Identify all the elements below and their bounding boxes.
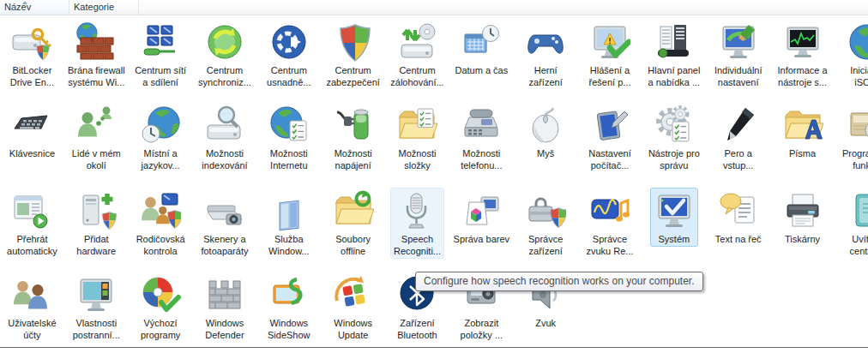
item-label: Přidat hardware: [76, 233, 116, 257]
item-scanners-cameras[interactable]: Skenery a fotoaparáty: [193, 188, 257, 269]
item-performance-info-tools[interactable]: Informace a nástroje s...: [770, 19, 835, 100]
item-people-near-me[interactable]: Lidé v mém okolí: [64, 102, 129, 183]
window-bottom-edge: [0, 347, 868, 348]
item-game-controllers[interactable]: Herní zařízení: [514, 19, 578, 100]
item-default-programs[interactable]: Výchozí programy: [129, 272, 193, 353]
power-options-icon: [333, 105, 374, 146]
item-box: Lidé v mém okolí: [69, 102, 124, 173]
item-box: Datum a čas: [451, 19, 511, 78]
item-programs-features[interactable]: Programy a funkce: [835, 102, 868, 183]
item-realtek-audio-manager[interactable]: Správce zvuku Re...: [578, 188, 642, 269]
item-box: Programy a funkce: [839, 102, 868, 173]
item-label: Zobrazit položky ...: [461, 317, 503, 341]
windows-firewall-icon: [75, 21, 117, 63]
item-mouse[interactable]: Myš: [514, 102, 578, 183]
item-offline-files[interactable]: Soubory offline: [321, 188, 385, 269]
item-windows-update[interactable]: Windows Update: [321, 272, 385, 353]
item-label: Výchozí programy: [141, 317, 180, 341]
item-speech-recognition[interactable]: Speech Recogniti...: [385, 188, 449, 269]
item-box: Hlavní panel a nabídka ...: [644, 19, 703, 90]
item-problem-reports-solutions[interactable]: Hlášení a řešení p...: [578, 19, 642, 100]
item-internet-options[interactable]: Možnosti Internetu: [256, 102, 321, 183]
item-system[interactable]: Systém: [642, 188, 706, 269]
tooltip: Configure how speech recognition works o…: [415, 272, 703, 291]
item-box: Uvítací centrum: [842, 188, 868, 259]
item-autoplay[interactable]: Přehrát automaticky: [0, 188, 64, 269]
problem-reports-solutions-icon: [589, 21, 630, 63]
item-box: Písma: [779, 102, 827, 161]
item-administrative-tools[interactable]: Nástroje pro správu: [642, 102, 706, 183]
item-keyboard[interactable]: Klávesnice: [0, 102, 64, 183]
item-label: Brána firewall systému Wi...: [68, 64, 125, 88]
item-label: Hlášení a řešení p...: [589, 64, 631, 88]
item-network-sharing-center[interactable]: Centrum sítí a sdílení: [129, 19, 193, 100]
item-device-manager[interactable]: Správce zařízení: [514, 188, 578, 269]
phone-modem-options-icon: [461, 105, 502, 146]
item-personalization[interactable]: Individuální nastavení: [706, 19, 770, 100]
column-label: Kategorie: [74, 2, 114, 12]
item-label: Skenery a fotoaparáty: [201, 233, 248, 257]
item-windows-firewall[interactable]: Brána firewall systému Wi...: [64, 19, 129, 100]
item-label: Datum a čas: [455, 64, 508, 76]
item-tablet-pc-settings[interactable]: Nastavení počítač...: [578, 102, 642, 183]
item-label: Možnosti napájení: [335, 147, 372, 171]
item-label: Systém: [659, 233, 690, 245]
item-label: Správce zvuku Re...: [587, 233, 634, 257]
item-label: Windows Defender: [205, 317, 244, 341]
item-label: Nastavení počítač...: [588, 147, 631, 171]
personalization-icon: [718, 21, 759, 63]
windows-cardspace-service-icon: [268, 190, 310, 231]
item-box: Skenery a fotoaparáty: [197, 188, 251, 259]
item-pen-input-devices[interactable]: Pero a vstup...: [706, 102, 770, 183]
column-header-kategorie[interactable]: Kategorie: [69, 0, 139, 15]
item-printers[interactable]: Tiskárny: [770, 188, 835, 269]
item-windows-defender[interactable]: Windows Defender: [193, 272, 257, 353]
item-power-options[interactable]: Možnosti napájení: [321, 102, 385, 183]
item-color-management[interactable]: Správa barev: [449, 188, 514, 269]
item-user-accounts[interactable]: Uživatelské účty: [0, 272, 64, 353]
item-box: Možnosti Internetu: [265, 102, 313, 173]
column-header-nazev[interactable]: Název: [0, 0, 69, 15]
item-regional-language-options[interactable]: Místní a jazykov...: [129, 102, 193, 183]
item-box: Uživatelské účty: [4, 272, 59, 343]
item-taskbar-start-menu[interactable]: Hlavní panel a nabídka ...: [642, 19, 706, 100]
item-security-center[interactable]: Centrum zabezpečení: [321, 19, 385, 100]
item-add-hardware[interactable]: Přidat hardware: [64, 188, 129, 269]
item-box: Windows SideShow: [264, 272, 314, 343]
parental-controls-icon: [140, 190, 181, 231]
tablet-pc-settings-icon: [589, 105, 630, 146]
item-label: Zařízení Bluetooth: [397, 317, 437, 341]
item-indexing-options[interactable]: Možnosti indexování: [193, 102, 257, 183]
item-ease-of-access-center[interactable]: Centrum usnadně...: [256, 19, 321, 100]
item-box: Individuální nastavení: [711, 19, 766, 90]
item-windows-sideshow[interactable]: Windows SideShow: [256, 272, 321, 353]
item-parental-controls[interactable]: Rodičovská kontrola: [129, 188, 193, 269]
backup-restore-center-icon: [396, 21, 437, 63]
item-label: Správce zařízení: [528, 233, 563, 257]
item-windows-cardspace-service[interactable]: Služba Window...: [256, 188, 321, 269]
item-welcome-center[interactable]: Uvítací centrum: [835, 188, 868, 269]
item-fonts[interactable]: Písma: [770, 102, 835, 183]
item-sidebar-properties[interactable]: Vlastnosti postranní...: [64, 272, 129, 353]
item-text-to-speech[interactable]: Text na řeč: [706, 188, 770, 269]
scanners-cameras-icon: [204, 190, 245, 231]
item-box: Iniciátor iSCSI: [842, 19, 868, 90]
item-phone-modem-options[interactable]: Možnosti telefonu...: [449, 102, 514, 183]
item-sync-center[interactable]: Centrum synchroniz...: [193, 19, 257, 100]
item-date-time[interactable]: Datum a čas: [449, 19, 514, 100]
item-label: Vlastnosti postranní...: [73, 317, 120, 341]
system-icon: [654, 190, 695, 231]
item-box: Informace a nástroje s...: [775, 19, 831, 90]
item-backup-restore-center[interactable]: Centrum zálohování...: [385, 19, 449, 100]
item-label: Centrum synchroniz...: [198, 64, 251, 88]
item-iscsi-initiator[interactable]: Iniciátor iSCSI: [835, 19, 868, 100]
item-folder-options[interactable]: Možnosti složky: [385, 102, 449, 183]
item-bitlocker-drive-encryption[interactable]: BitLocker Drive En...: [0, 19, 64, 100]
item-box: Správa barev: [450, 188, 513, 247]
item-box: Pero a vstup...: [714, 102, 763, 173]
item-box: Přehrát automaticky: [3, 188, 61, 259]
item-label: Přehrát automaticky: [7, 233, 57, 257]
item-label: Možnosti složky: [398, 147, 436, 171]
autoplay-icon: [11, 190, 52, 231]
item-label: Možnosti indexování: [202, 147, 247, 171]
